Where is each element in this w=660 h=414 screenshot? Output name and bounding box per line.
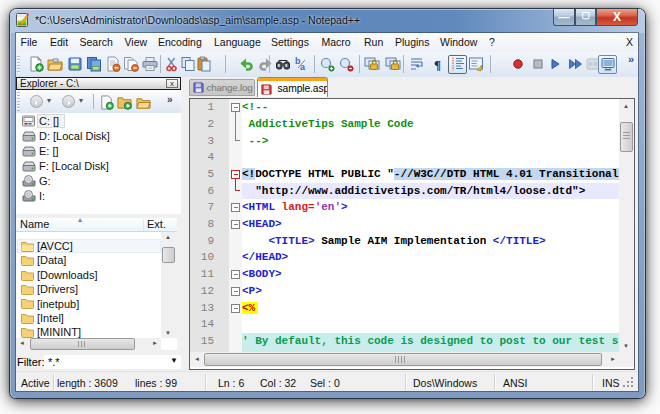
svg-text:¶: ¶ [434, 57, 441, 72]
svg-text:a: a [300, 62, 306, 72]
